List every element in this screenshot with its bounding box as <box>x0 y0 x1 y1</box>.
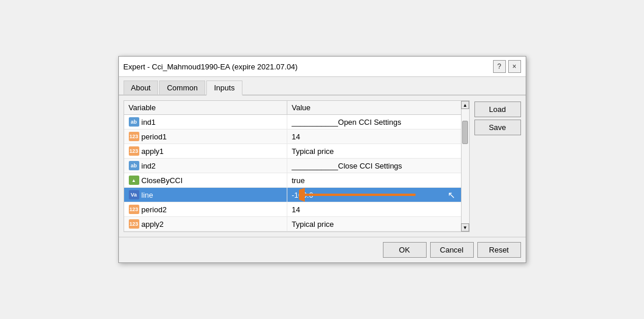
close-button[interactable]: × <box>508 60 521 73</box>
cell-value: -100.0 ↖ <box>287 188 461 202</box>
cursor-icon: ↖ <box>448 190 455 201</box>
table-body: ab ind1 ___________Open CCI Settings 123… <box>124 115 461 232</box>
cell-variable: Va line <box>124 188 287 202</box>
cell-variable: 123 apply2 <box>124 217 287 231</box>
icon-ab: ab <box>129 117 139 127</box>
arrow-annotation <box>299 187 416 203</box>
col-variable-header: Variable <box>124 101 287 114</box>
cell-value: ___________Close CCI Settings <box>287 159 461 173</box>
content-area: Variable Value ab ind1 ___________Open C… <box>119 96 526 237</box>
main-window: Expert - Cci_Mahmoud1990-EA (expire 2021… <box>118 56 526 263</box>
title-buttons: ? × <box>493 60 521 73</box>
table-header: Variable Value <box>124 101 461 115</box>
cell-variable: 123 period1 <box>124 129 287 143</box>
scroll-up-button[interactable]: ▲ <box>461 101 469 109</box>
table-row[interactable]: 123 apply1 Typical price <box>124 144 461 159</box>
col-value-header: Value <box>287 101 461 114</box>
cell-value: 14 <box>287 202 461 216</box>
cell-value: true <box>287 173 461 187</box>
cell-value: ___________Open CCI Settings <box>287 115 461 129</box>
icon-123: 123 <box>129 219 139 229</box>
tab-inputs[interactable]: Inputs <box>206 80 242 96</box>
table-row-selected[interactable]: Va line -100.0 <box>124 188 461 202</box>
scrollbar[interactable]: ▲ ▼ <box>461 101 469 232</box>
load-button[interactable]: Load <box>474 101 521 117</box>
icon-close-cci: ▲ <box>129 176 139 185</box>
inputs-table: Variable Value ab ind1 ___________Open C… <box>124 100 470 232</box>
title-bar: Expert - Cci_Mahmoud1990-EA (expire 2021… <box>119 57 526 77</box>
cell-variable: 123 apply1 <box>124 144 287 158</box>
cell-variable: ab ind2 <box>124 159 287 173</box>
table-row[interactable]: ▲ CloseByCCI true <box>124 173 461 188</box>
table-row[interactable]: 123 period1 14 <box>124 129 461 144</box>
scroll-thumb[interactable] <box>462 121 468 144</box>
cell-variable: ab ind1 <box>124 115 287 129</box>
save-button[interactable]: Save <box>474 120 521 135</box>
help-button[interactable]: ? <box>493 60 506 73</box>
table-row[interactable]: ab ind1 ___________Open CCI Settings <box>124 115 461 129</box>
scroll-down-button[interactable]: ▼ <box>461 223 469 232</box>
cancel-button[interactable]: Cancel <box>430 242 474 258</box>
cell-value: Typical price <box>287 144 461 158</box>
ok-button[interactable]: OK <box>383 242 427 258</box>
table-row[interactable]: 123 period2 14 <box>124 202 461 217</box>
table-row[interactable]: 123 apply2 Typical price <box>124 217 461 232</box>
cell-variable: 123 period2 <box>124 202 287 216</box>
icon-va: Va <box>129 190 139 199</box>
side-buttons: Load Save <box>474 100 521 232</box>
tabs-bar: About Common Inputs <box>119 77 526 96</box>
cell-variable: ▲ CloseByCCI <box>124 173 287 187</box>
icon-123: 123 <box>129 146 139 156</box>
table-row[interactable]: ab ind2 ___________Close CCI Settings <box>124 159 461 173</box>
cell-value: 14 <box>287 129 461 143</box>
window-title: Expert - Cci_Mahmoud1990-EA (expire 2021… <box>124 62 298 71</box>
table-inner: Variable Value ab ind1 ___________Open C… <box>124 101 461 232</box>
icon-123: 123 <box>129 205 139 214</box>
cell-value: Typical price <box>287 217 461 231</box>
reset-button[interactable]: Reset <box>477 242 521 258</box>
icon-ab: ab <box>129 161 139 170</box>
tab-about[interactable]: About <box>124 80 159 94</box>
icon-123: 123 <box>129 132 139 141</box>
tab-common[interactable]: Common <box>159 80 205 94</box>
footer: OK Cancel Reset <box>119 237 526 262</box>
